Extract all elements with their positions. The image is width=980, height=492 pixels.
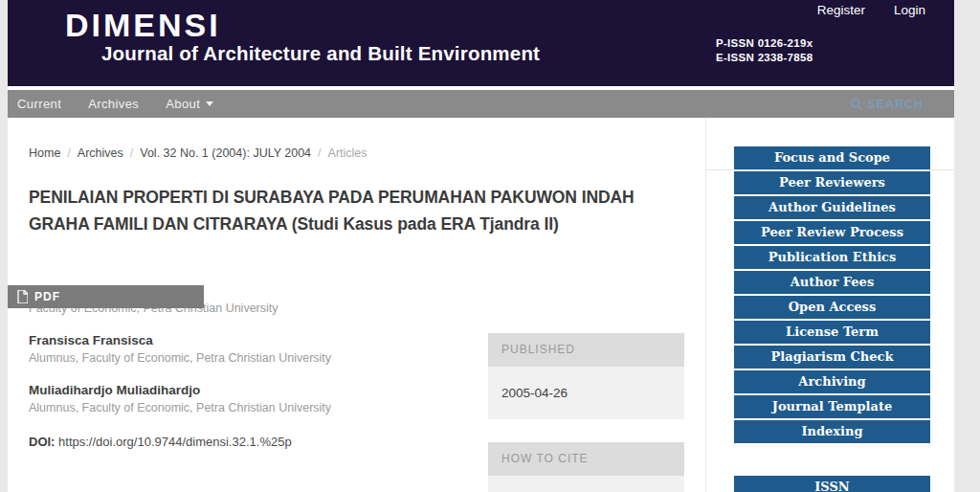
journal-logo[interactable]: DIMENSI Journal of Architecture and Buil… [65, 8, 540, 65]
auth-links: Register Login [817, 3, 925, 17]
p-issn: P-ISSN 0126-219x [716, 36, 813, 51]
issn-block: P-ISSN 0126-219x E-ISSN 2338-7858 [716, 36, 813, 65]
sidebar-item-issn[interactable]: ISSN [734, 476, 930, 492]
sidebar-item-author-guidelines[interactable]: Author Guidelines [734, 196, 930, 219]
sidebar-item-publication-ethics[interactable]: Publication Ethics [734, 246, 930, 269]
author-affiliation: Alumnus, Faculty of Economic, Petra Chri… [29, 349, 450, 367]
breadcrumb-separator: / [318, 146, 321, 160]
sidebar-item-focus-and-scope[interactable]: Focus and Scope [734, 146, 930, 169]
doi-label: DOI: [29, 435, 55, 449]
e-issn: E-ISSN 2338-7858 [716, 51, 813, 65]
nav-item-current-label: Current [17, 97, 61, 111]
breadcrumb-separator: / [130, 146, 133, 160]
journal-logo-title: DIMENSI [65, 8, 540, 42]
author-affiliation: Alumnus, Faculty of Economic, Petra Chri… [29, 399, 450, 416]
pdf-button[interactable]: PDF [8, 285, 204, 308]
sidebar-item-journal-template[interactable]: Journal Template [734, 395, 930, 418]
pdf-button-label: PDF [34, 290, 60, 303]
sidebar-item-indexing[interactable]: Indexing [734, 420, 930, 443]
sidebar-item-peer-review-process[interactable]: Peer Review Process [734, 221, 930, 244]
published-label: PUBLISHED [488, 333, 684, 367]
login-link[interactable]: Login [894, 3, 925, 17]
author-name: Fransisca Fransisca [29, 332, 450, 349]
sidebar-item-archiving[interactable]: Archiving [734, 370, 930, 393]
nav-item-about-label: About [166, 97, 200, 111]
sidebar-item-open-access[interactable]: Open Access [734, 296, 930, 319]
how-to-cite-body [488, 476, 684, 492]
nav-item-archives-label: Archives [88, 97, 139, 111]
sidebar-item-license-term[interactable]: License Term [734, 321, 930, 344]
sidebar-item-peer-reviewers[interactable]: Peer Reviewers [734, 171, 930, 194]
journal-logo-subtitle: Journal of Architecture and Built Enviro… [101, 42, 540, 65]
sidebar-item-author-fees[interactable]: Author Fees [734, 271, 930, 294]
breadcrumb-issue[interactable]: Vol. 32 No. 1 (2004): JULY 2004 [140, 146, 311, 160]
journal-page: Register Login DIMENSI Journal of Archit… [8, 0, 954, 492]
how-to-cite-label: HOW TO CITE [488, 442, 684, 476]
breadcrumb-separator: / [67, 146, 70, 160]
sidebar-divider [705, 118, 706, 492]
search-button[interactable]: SEARCH [850, 90, 924, 118]
content-area: Home/Archives/Vol. 32 No. 1 (2004): JULY… [8, 118, 954, 492]
author-item: Fransisca Fransisca Alumnus, Faculty of … [29, 332, 450, 367]
breadcrumb: Home/Archives/Vol. 32 No. 1 (2004): JULY… [29, 146, 368, 160]
primary-nav: Current Archives About SEARCH [8, 90, 954, 118]
published-date: 2005-04-26 [488, 367, 684, 419]
sidebar-menu: Focus and Scope Peer Reviewers Author Gu… [734, 146, 930, 443]
search-icon [850, 98, 862, 110]
doi-link[interactable]: https://doi.org/10.9744/dimensi.32.1.%25… [58, 435, 292, 449]
breadcrumb-archives[interactable]: Archives [78, 146, 123, 160]
search-label: SEARCH [867, 98, 924, 111]
published-box: PUBLISHED 2005-04-26 [488, 333, 684, 419]
article-title: PENILAIAN PROPERTI DI SURABAYA PADA PERU… [29, 184, 670, 237]
sidebar-item-plagiarism-check[interactable]: Plagiarism Check [734, 346, 930, 369]
site-header: Register Login DIMENSI Journal of Archit… [8, 0, 954, 86]
author-name: Muliadihardjo Muliadihardjo [29, 382, 450, 399]
nav-item-current[interactable]: Current [17, 97, 61, 111]
nav-item-about[interactable]: About [166, 97, 213, 111]
pdf-file-icon [17, 290, 28, 303]
register-link[interactable]: Register [817, 3, 865, 17]
doi-line: DOI: https://doi.org/10.9744/dimensi.32.… [29, 435, 292, 449]
breadcrumb-section: Articles [328, 146, 368, 160]
how-to-cite-box: HOW TO CITE [488, 442, 684, 492]
chevron-down-icon [206, 101, 213, 106]
breadcrumb-home[interactable]: Home [29, 146, 60, 160]
author-item: Muliadihardjo Muliadihardjo Alumnus, Fac… [29, 382, 450, 416]
nav-item-archives[interactable]: Archives [88, 97, 139, 111]
